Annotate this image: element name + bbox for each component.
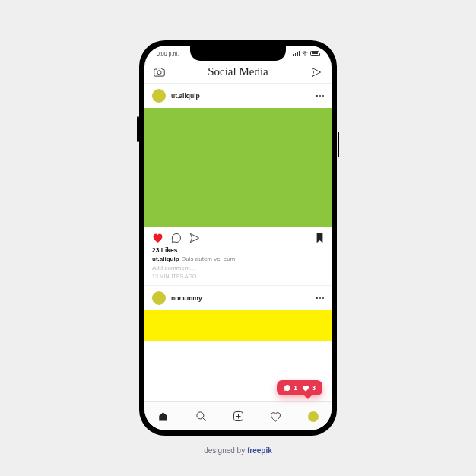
avatar[interactable] <box>152 291 166 305</box>
nav-add[interactable] <box>233 411 244 422</box>
post-header: nonummy <box>144 286 332 310</box>
svg-point-0 <box>157 71 161 75</box>
share-button[interactable] <box>189 233 200 243</box>
avatar[interactable] <box>152 89 166 103</box>
status-indicators <box>293 51 319 56</box>
more-icon[interactable] <box>316 297 324 299</box>
post-image[interactable] <box>144 108 332 227</box>
bookmark-button[interactable] <box>316 233 324 243</box>
post-caption: ut.aliquipDuis autem vel eum. <box>152 255 324 262</box>
post-image[interactable] <box>144 310 332 341</box>
notif-comment-count: 1 <box>294 384 297 392</box>
notification-bubble[interactable]: 1 3 <box>277 380 322 395</box>
nav-activity[interactable] <box>270 411 281 422</box>
post-username[interactable]: ut.aliquip <box>171 92 200 100</box>
comment-icon <box>284 384 291 392</box>
signal-icon <box>293 51 300 56</box>
app-title: Social Media <box>208 65 268 78</box>
nav-home[interactable] <box>157 411 169 422</box>
caption-text: Duis autem vel eum. <box>182 255 237 262</box>
bottom-nav <box>144 401 332 430</box>
wifi-icon <box>302 51 308 56</box>
likes-count[interactable]: 23 Likes <box>152 246 324 254</box>
credit-brand[interactable]: freepik <box>247 446 272 455</box>
camera-icon[interactable] <box>154 66 165 78</box>
post-meta: 23 Likes ut.aliquipDuis autem vel eum. A… <box>144 246 332 279</box>
battery-icon <box>310 51 319 56</box>
svg-point-1 <box>196 412 203 419</box>
phone-notch <box>190 46 286 61</box>
nav-profile[interactable] <box>308 411 319 422</box>
caption-username[interactable]: ut.aliquip <box>152 255 179 262</box>
send-icon[interactable] <box>311 66 322 78</box>
post-username[interactable]: nonummy <box>171 294 202 302</box>
notif-like-count: 3 <box>312 384 316 392</box>
credit-text: designed by freepik <box>204 446 272 455</box>
post-actions <box>144 227 332 246</box>
phone-screen: 0:00 p.m. Social Media ut.aliquip <box>144 46 332 430</box>
nav-search[interactable] <box>195 411 207 422</box>
post-header: ut.aliquip <box>144 84 332 108</box>
like-button[interactable] <box>152 233 163 243</box>
add-comment-input[interactable]: Add comment... <box>152 265 324 271</box>
status-time: 0:00 p.m. <box>157 51 179 56</box>
more-icon[interactable] <box>316 95 324 97</box>
heart-icon <box>302 385 309 392</box>
app-header: Social Media <box>144 61 332 84</box>
post-timestamp: 13 MINUTES AGO <box>152 274 324 279</box>
phone-frame: 0:00 p.m. Social Media ut.aliquip <box>139 40 337 436</box>
comment-button[interactable] <box>171 233 182 243</box>
